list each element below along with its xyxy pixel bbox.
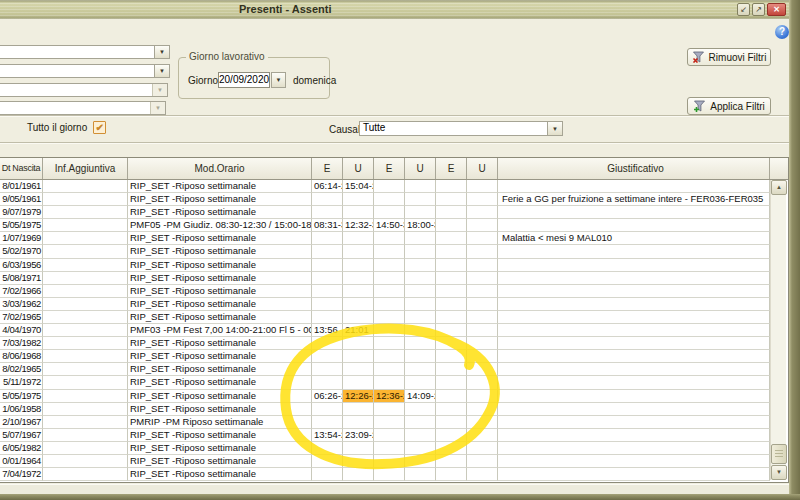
cell-giustificativo[interactable]: [498, 259, 770, 272]
cell-u1[interactable]: [343, 455, 374, 468]
causale-combo[interactable]: Tutte ▼: [359, 121, 563, 136]
cell-dt-nascita[interactable]: 8/06/1968: [0, 350, 43, 363]
cell-giustificativo[interactable]: [498, 429, 770, 442]
cell-u3[interactable]: [467, 442, 498, 455]
cell-inf-aggiuntiva[interactable]: [43, 245, 128, 258]
cell-giustificativo[interactable]: [498, 350, 770, 363]
cell-e2[interactable]: [374, 180, 405, 193]
cell-mod-orario[interactable]: RIP_SET -Riposo settimanale: [128, 429, 312, 442]
cell-u2[interactable]: [405, 232, 436, 245]
cell-e3[interactable]: [436, 219, 467, 232]
cell-e1[interactable]: [312, 272, 343, 285]
cell-u3[interactable]: [467, 193, 498, 206]
table-row[interactable]: 8/01/1961RIP_SET -Riposo settimanale06:1…: [0, 180, 788, 193]
cell-dt-nascita[interactable]: 7/03/1982: [0, 337, 43, 350]
cell-e3[interactable]: [436, 206, 467, 219]
cell-e3[interactable]: [436, 442, 467, 455]
cell-u1[interactable]: [343, 468, 374, 481]
cell-giustificativo[interactable]: [498, 363, 770, 376]
cell-u3[interactable]: [467, 350, 498, 363]
header-u3[interactable]: U: [467, 158, 498, 179]
cell-giustificativo[interactable]: [498, 390, 770, 403]
cell-e1[interactable]: [312, 363, 343, 376]
cell-inf-aggiuntiva[interactable]: [43, 219, 128, 232]
cell-e1[interactable]: [312, 376, 343, 389]
table-row[interactable]: 9/07/1979RIP_SET -Riposo settimanale: [0, 206, 788, 219]
cell-e2[interactable]: [374, 376, 405, 389]
cell-u1[interactable]: [343, 232, 374, 245]
cell-u2[interactable]: [405, 272, 436, 285]
cell-e1[interactable]: [312, 298, 343, 311]
cell-dt-nascita[interactable]: 5/02/1970: [0, 245, 43, 258]
cell-e3[interactable]: [436, 455, 467, 468]
date-dropdown-button[interactable]: ▼: [271, 72, 286, 88]
cell-mod-orario[interactable]: PMF03 -PM Fest 7,00 14:00-21:00 Fl 5 - 0…: [128, 324, 312, 337]
cell-e3[interactable]: [436, 259, 467, 272]
cell-u2[interactable]: 14:09-2: [405, 390, 436, 403]
cell-e2[interactable]: [374, 232, 405, 245]
cell-giustificativo[interactable]: [498, 311, 770, 324]
header-inf-aggiuntiva[interactable]: Inf.Aggiuntiva: [43, 158, 128, 179]
cell-u2[interactable]: [405, 285, 436, 298]
cell-e2[interactable]: [374, 403, 405, 416]
header-giustificativo[interactable]: Giustificativo: [498, 158, 770, 179]
cell-u2[interactable]: [405, 442, 436, 455]
cell-u3[interactable]: [467, 259, 498, 272]
cell-inf-aggiuntiva[interactable]: [43, 416, 128, 429]
cell-inf-aggiuntiva[interactable]: [43, 429, 128, 442]
cell-dt-nascita[interactable]: 1/07/1969: [0, 232, 43, 245]
cell-u1[interactable]: [343, 403, 374, 416]
table-row[interactable]: 7/02/1965RIP_SET -Riposo settimanale: [0, 311, 788, 324]
cell-inf-aggiuntiva[interactable]: [43, 455, 128, 468]
cell-mod-orario[interactable]: RIP_SET -Riposo settimanale: [128, 468, 312, 481]
cell-e2[interactable]: 12:36-2: [374, 390, 405, 403]
cell-e2[interactable]: [374, 442, 405, 455]
cell-e1[interactable]: [312, 337, 343, 350]
cell-dt-nascita[interactable]: 5/05/1975: [0, 390, 43, 403]
cell-e2[interactable]: [374, 350, 405, 363]
table-row[interactable]: 6/03/1956RIP_SET -Riposo settimanale: [0, 259, 788, 272]
cell-u3[interactable]: [467, 416, 498, 429]
cell-e3[interactable]: [436, 285, 467, 298]
cell-giustificativo[interactable]: [498, 219, 770, 232]
table-row[interactable]: 3/03/1962RIP_SET -Riposo settimanale: [0, 298, 788, 311]
cell-e3[interactable]: [436, 468, 467, 481]
maximize-window-button[interactable]: ↗: [752, 3, 765, 16]
cell-u2[interactable]: [405, 206, 436, 219]
cell-mod-orario[interactable]: RIP_SET -Riposo settimanale: [128, 259, 312, 272]
titlebar[interactable]: Presenti - Assenti ↙ ↗ ✕: [0, 0, 800, 19]
cell-dt-nascita[interactable]: 7/02/1966: [0, 285, 43, 298]
cell-u2[interactable]: [405, 376, 436, 389]
cell-dt-nascita[interactable]: 6/03/1956: [0, 259, 43, 272]
cell-mod-orario[interactable]: RIP_SET -Riposo settimanale: [128, 350, 312, 363]
cell-giustificativo[interactable]: [498, 324, 770, 337]
cell-dt-nascita[interactable]: 5/05/1975: [0, 219, 43, 232]
cell-u3[interactable]: [467, 180, 498, 193]
header-mod-orario[interactable]: Mod.Orario: [128, 158, 312, 179]
table-row[interactable]: 7/04/1972RIP_SET -Riposo settimanale: [0, 468, 788, 481]
chevron-down-icon[interactable]: ▼: [547, 122, 562, 135]
cell-mod-orario[interactable]: RIP_SET -Riposo settimanale: [128, 272, 312, 285]
table-row[interactable]: 4/04/1970PMF03 -PM Fest 7,00 14:00-21:00…: [0, 324, 788, 337]
cell-u2[interactable]: 18:00-3: [405, 219, 436, 232]
table-row[interactable]: 2/10/1967PMRIP -PM Riposo settimanale: [0, 416, 788, 429]
cell-dt-nascita[interactable]: 9/05/1961: [0, 193, 43, 206]
cell-u2[interactable]: [405, 455, 436, 468]
cell-giustificativo[interactable]: [498, 272, 770, 285]
cell-u1[interactable]: [343, 311, 374, 324]
cell-dt-nascita[interactable]: 7/04/1972: [0, 468, 43, 481]
cell-u3[interactable]: [467, 468, 498, 481]
header-e2[interactable]: E: [374, 158, 405, 179]
cell-e1[interactable]: [312, 403, 343, 416]
cell-u2[interactable]: [405, 403, 436, 416]
table-row[interactable]: 5/11/1972RIP_SET -Riposo settimanale: [0, 376, 788, 389]
cell-e1[interactable]: 13:56: [312, 324, 343, 337]
cell-e2[interactable]: [374, 298, 405, 311]
cell-e3[interactable]: [436, 363, 467, 376]
cell-e1[interactable]: [312, 442, 343, 455]
giorno-date-field[interactable]: 20/09/2020: [218, 72, 270, 88]
cell-e2[interactable]: [374, 193, 405, 206]
cell-mod-orario[interactable]: RIP_SET -Riposo settimanale: [128, 403, 312, 416]
cell-giustificativo[interactable]: [498, 298, 770, 311]
cell-u3[interactable]: [467, 272, 498, 285]
